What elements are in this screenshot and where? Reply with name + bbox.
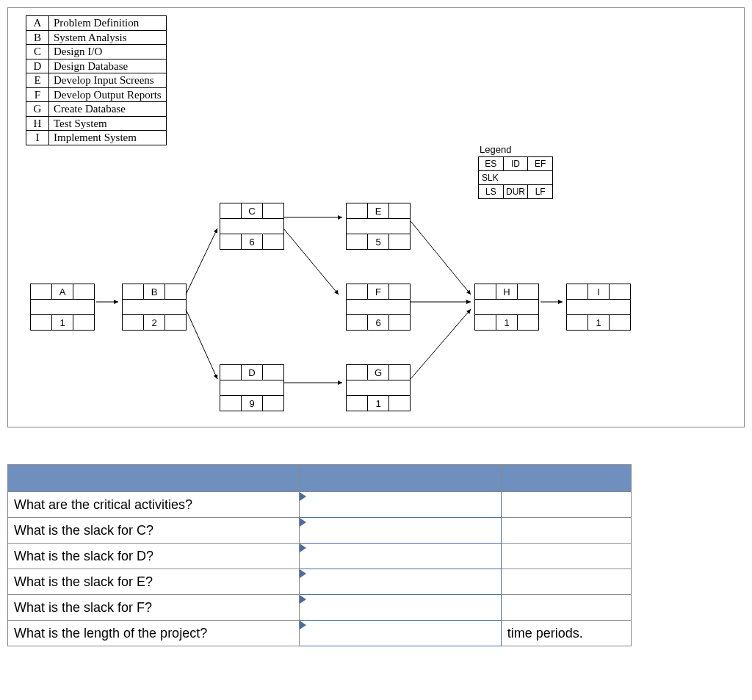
activity-key-table: AProblem Definition BSystem Analysis CDe… <box>26 15 167 145</box>
table-row: What is the slack for F? <box>8 595 632 621</box>
legend-title: Legend <box>480 144 553 155</box>
legend-grid: ES ID EF SLK LS DUR LF <box>478 156 553 199</box>
table-row: AProblem Definition <box>26 16 167 31</box>
diagram-frame: AProblem Definition BSystem Analysis CDe… <box>7 7 745 427</box>
table-row: What are the critical activities? <box>8 492 632 518</box>
node-C: C 6 <box>220 203 284 250</box>
node-B: B 2 <box>122 284 187 331</box>
svg-line-8 <box>411 309 471 379</box>
table-row: EDevelop Input Screens <box>26 73 167 88</box>
answer-cell[interactable] <box>300 492 501 518</box>
node-I: I 1 <box>566 284 631 331</box>
svg-line-4 <box>283 228 339 295</box>
table-row: What is the slack for C? <box>8 518 632 544</box>
answer-cell[interactable] <box>300 544 501 569</box>
node-F: F 6 <box>346 284 411 331</box>
answer-cell[interactable] <box>300 621 501 646</box>
node-D: D 9 <box>220 364 284 411</box>
answer-cell[interactable] <box>300 518 501 544</box>
answer-cell[interactable] <box>300 595 501 621</box>
table-row: HTest System <box>26 116 167 131</box>
node-A: A 1 <box>30 284 95 331</box>
node-H: H 1 <box>474 284 539 331</box>
answer-cell[interactable] <box>300 569 501 595</box>
table-row: What is the slack for E? <box>8 569 632 595</box>
table-row: DDesign Database <box>26 59 167 73</box>
table-row: CDesign I/O <box>26 45 167 59</box>
questions-table: What are the critical activities? What i… <box>7 464 632 646</box>
svg-line-6 <box>411 221 471 295</box>
svg-line-1 <box>186 228 217 295</box>
table-row: What is the slack for D? <box>8 544 632 569</box>
table-row: IImplement System <box>26 131 167 145</box>
node-E: E 5 <box>346 203 411 250</box>
table-row: GCreate Database <box>26 102 167 117</box>
table-row: FDevelop Output Reports <box>26 87 167 102</box>
table-row: BSystem Analysis <box>26 30 167 45</box>
node-G: G 1 <box>346 364 411 411</box>
svg-line-2 <box>186 309 217 379</box>
legend: Legend ES ID EF SLK LS DUR LF <box>478 144 553 199</box>
table-row: What is the length of the project? time … <box>8 621 632 646</box>
